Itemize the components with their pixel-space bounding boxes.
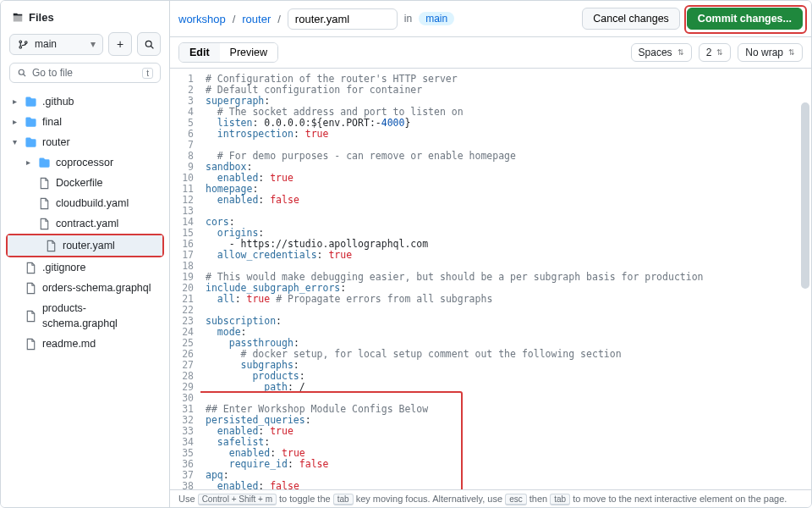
breadcrumb-root[interactable]: workshop <box>178 13 226 25</box>
chevron-right-icon: ▸ <box>23 155 33 170</box>
search-button[interactable] <box>137 32 161 56</box>
sidebar-title: Files <box>29 11 54 24</box>
kbd-shortcut: tab <box>333 494 354 505</box>
code-line[interactable]: cors: <box>206 217 811 228</box>
tree-item-label: router.yaml <box>63 238 115 253</box>
commit-button[interactable]: Commit changes... <box>687 8 803 30</box>
breadcrumb-sep: / <box>277 13 281 25</box>
code-line[interactable]: enabled: true <box>206 426 811 437</box>
file-icon <box>25 262 37 274</box>
tree-item-label: readme.md <box>42 336 96 351</box>
folder-icon <box>25 116 37 129</box>
code-line[interactable] <box>206 206 811 217</box>
tree-item-label: Dockerfile <box>56 175 103 190</box>
filename-input[interactable] <box>288 8 398 30</box>
tree-file[interactable]: router.yaml <box>8 235 162 256</box>
tree-item-label: cloudbuild.yaml <box>56 196 129 211</box>
highlight-ring: router.yaml <box>6 234 164 257</box>
file-icon <box>45 240 58 252</box>
svg-point-0 <box>19 40 22 42</box>
code-line[interactable]: introspection: true <box>206 129 811 140</box>
tree-item-label: router <box>42 135 70 150</box>
indent-mode-select[interactable]: Spaces⇅ <box>631 43 692 62</box>
file-icon <box>25 338 37 351</box>
branch-chip[interactable]: main <box>419 12 454 25</box>
search-icon <box>17 68 27 78</box>
svg-point-3 <box>145 41 151 47</box>
file-icon <box>25 310 37 323</box>
tree-item-label: orders-schema.graphql <box>42 280 151 295</box>
tree-folder[interactable]: ▾router <box>1 132 169 152</box>
edit-preview-segment: Edit Preview <box>178 42 278 63</box>
branch-name: main <box>35 38 57 50</box>
tree-folder[interactable]: ▸coprocessor <box>1 152 169 173</box>
code-line[interactable]: allow_credentials: true <box>206 250 811 261</box>
code-area[interactable]: # Configuration of the router's HTTP ser… <box>200 69 811 489</box>
cancel-button[interactable]: Cancel changes <box>582 8 680 30</box>
kbd-shortcut: Control + Shift + m <box>198 494 277 505</box>
tree-file[interactable]: Dockerfile <box>1 173 169 193</box>
code-line[interactable]: # Default configuration for container <box>206 85 811 96</box>
tree-item-label: .github <box>42 94 74 109</box>
code-line[interactable]: # For demo purposes - can remove or enab… <box>206 151 811 162</box>
tree-folder[interactable]: ▸.github <box>1 91 169 112</box>
add-file-button[interactable]: + <box>108 32 132 56</box>
kbd-shortcut: esc <box>505 494 527 505</box>
code-line[interactable]: all: true # Propagate errors from all su… <box>206 294 811 305</box>
breadcrumb-toolbar: workshop / router / in main Cancel chang… <box>170 1 811 37</box>
tree-file[interactable]: readme.md <box>1 334 169 354</box>
sidebar-header: Files <box>1 8 169 32</box>
file-icon <box>38 177 51 190</box>
code-line[interactable]: sandbox: <box>206 162 811 173</box>
branch-selector[interactable]: main ▾ <box>9 34 103 55</box>
folder-icon <box>38 157 51 169</box>
code-line[interactable]: path: / <box>206 382 811 393</box>
tree-file[interactable]: orders-schema.graphql <box>1 278 169 298</box>
goto-file-input[interactable]: Go to file t <box>9 63 161 83</box>
editor-toolbar: Edit Preview Spaces⇅ 2⇅ No wrap⇅ <box>170 37 811 69</box>
svg-point-1 <box>19 46 22 48</box>
scroll-thumb[interactable] <box>801 102 809 289</box>
tree-item-label: final <box>42 114 62 130</box>
folder-icon <box>25 96 37 108</box>
file-icon <box>25 282 37 295</box>
chevron-updown-icon: ⇅ <box>788 48 795 57</box>
code-editor[interactable]: 1234567891011121314151617181920212223242… <box>170 69 811 489</box>
goto-placeholder: Go to file <box>32 67 73 79</box>
files-icon <box>11 11 24 24</box>
code-line[interactable]: enabled: true <box>206 173 811 184</box>
breadcrumb-dir[interactable]: router <box>242 13 271 25</box>
tree-file[interactable]: products-schema.graphql <box>1 298 169 334</box>
chevron-updown-icon: ⇅ <box>678 48 684 57</box>
tree-file[interactable]: cloudbuild.yaml <box>1 193 169 213</box>
tree-item-label: .gitignore <box>42 260 85 275</box>
tree-item-label: coprocessor <box>56 155 113 170</box>
indent-size-select[interactable]: 2⇅ <box>699 43 732 62</box>
line-gutter: 1234567891011121314151617181920212223242… <box>170 69 200 489</box>
code-line[interactable]: require_id: false <box>206 459 811 470</box>
vertical-scrollbar[interactable] <box>801 102 809 483</box>
main-panel: workshop / router / in main Cancel chang… <box>170 1 811 507</box>
chevron-updown-icon: ⇅ <box>716 48 723 57</box>
wrap-select[interactable]: No wrap⇅ <box>738 43 803 62</box>
tree-file[interactable]: .gitignore <box>1 257 169 278</box>
tab-preview[interactable]: Preview <box>220 43 277 62</box>
chevron-down-icon: ▾ <box>91 38 96 50</box>
code-line[interactable] <box>206 305 811 316</box>
code-line[interactable]: persisted_queries: <box>206 415 811 426</box>
code-line[interactable]: subscription: <box>206 316 811 327</box>
code-line[interactable]: enabled: false <box>206 195 811 206</box>
code-line[interactable]: enabled: false <box>206 481 811 489</box>
tree-item-label: contract.yaml <box>56 216 118 231</box>
tree-file[interactable]: contract.yaml <box>1 213 169 234</box>
tab-edit[interactable]: Edit <box>179 43 220 62</box>
file-tree-sidebar: Files main ▾ + Go to file t ▸.github▸fin… <box>1 1 170 507</box>
folder-icon <box>25 136 37 149</box>
svg-point-2 <box>25 41 27 43</box>
tree-folder[interactable]: ▸final <box>1 112 169 132</box>
in-label: in <box>404 13 412 25</box>
svg-point-4 <box>19 69 24 75</box>
chevron-right-icon: ▸ <box>9 94 19 109</box>
breadcrumb-sep: / <box>233 13 236 25</box>
tree-item-label: products-schema.graphql <box>42 301 161 331</box>
